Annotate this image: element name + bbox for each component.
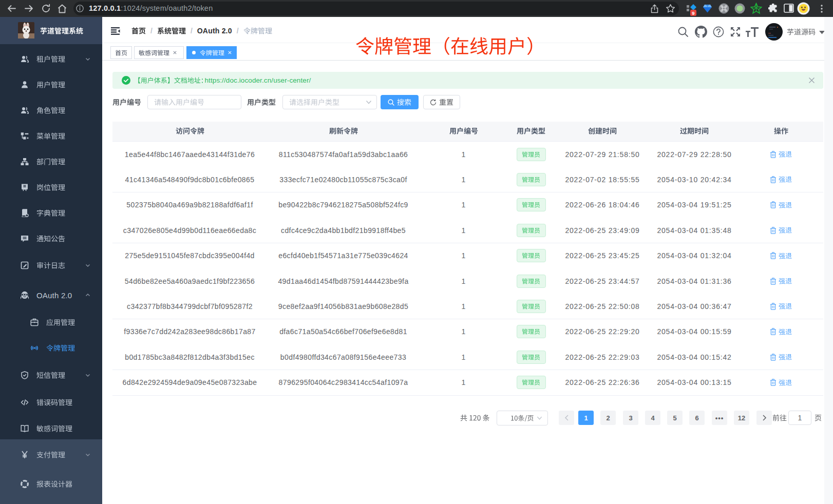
svg-text:9: 9 xyxy=(692,10,694,16)
